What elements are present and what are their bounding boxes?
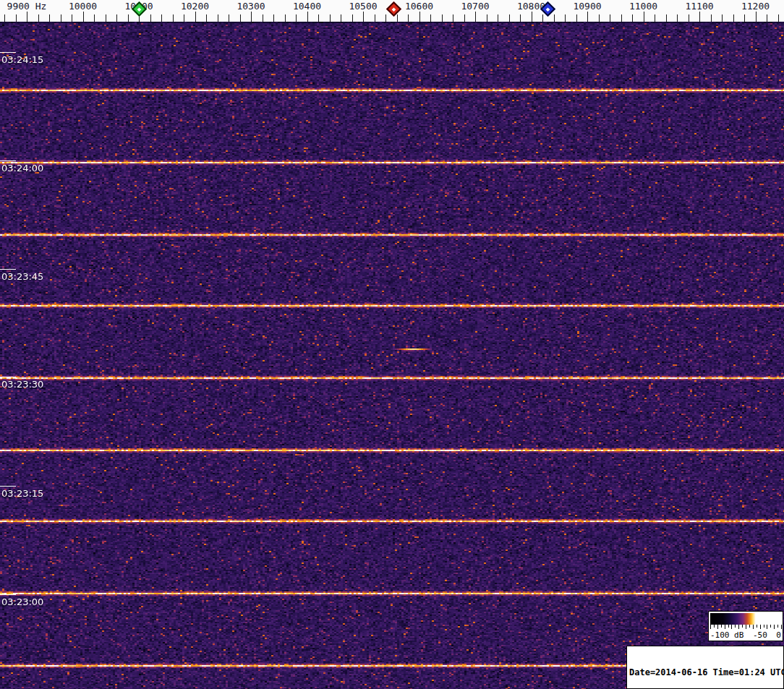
time-label: 03:24:15: [1, 54, 43, 65]
freq-minor-tick: [375, 14, 375, 22]
legend-tick: [760, 625, 761, 629]
freq-minor-tick: [318, 14, 319, 22]
freq-minor-tick: [61, 14, 61, 22]
freq-major-tick: [699, 12, 700, 22]
freq-major-tick: [251, 12, 252, 22]
freq-minor-tick: [677, 14, 678, 22]
legend-tick: [774, 625, 775, 629]
color-gradient-bar: [710, 613, 781, 625]
freq-minor-tick: [128, 14, 129, 22]
freq-minor-tick: [94, 14, 95, 22]
info-line-date: Date=2014-06-16 Time=01:24 UTC: [629, 667, 781, 677]
freq-minor-tick: [4, 14, 5, 22]
freq-minor-tick: [576, 14, 577, 22]
freq-minor-tick: [565, 14, 566, 22]
freq-minor-tick: [38, 14, 39, 22]
time-tick: [0, 161, 16, 161]
legend-label-max: 0: [776, 630, 781, 641]
legend-tick: [721, 625, 722, 628]
freq-minor-tick: [744, 14, 745, 22]
color-scale-legend: -100 dB -50 0: [708, 611, 783, 641]
freq-minor-tick: [498, 14, 498, 22]
freq-minor-tick: [330, 14, 331, 22]
legend-label-min: -100 dB: [710, 630, 743, 641]
freq-minor-tick: [106, 14, 106, 22]
red-diamond-marker[interactable]: [386, 1, 401, 17]
freq-minor-tick: [218, 14, 218, 22]
freq-tick-label: 9900 Hz: [7, 1, 47, 12]
freq-minor-tick: [666, 14, 667, 22]
time-tick: [0, 377, 16, 377]
legend-tick: [777, 625, 778, 628]
freq-minor-tick: [722, 14, 723, 22]
freq-minor-tick: [520, 14, 521, 22]
freq-minor-tick: [487, 14, 487, 22]
freq-tick-label: 10600: [405, 1, 433, 12]
freq-major-tick: [475, 12, 476, 22]
legend-tick: [757, 625, 757, 628]
freq-minor-tick: [341, 14, 341, 22]
freq-tick-label: 10500: [349, 1, 377, 12]
freq-minor-tick: [453, 14, 453, 22]
freq-minor-tick: [352, 14, 353, 22]
freq-major-tick: [307, 12, 308, 22]
freq-minor-tick: [542, 14, 543, 22]
freq-tick-label: 10700: [461, 1, 489, 12]
freq-minor-tick: [689, 14, 689, 22]
freq-major-tick: [532, 12, 532, 22]
legend-tick: [738, 625, 739, 629]
legend-tick: [735, 625, 736, 628]
legend-tick: [770, 625, 771, 628]
time-tick: [0, 486, 16, 487]
freq-minor-tick: [464, 14, 465, 22]
freq-minor-tick: [778, 14, 779, 22]
freq-tick-label: 10300: [237, 1, 265, 12]
freq-major-tick: [644, 12, 644, 22]
legend-tick: [725, 625, 725, 629]
freq-tick-label: 10200: [181, 1, 209, 12]
time-label: 03:23:15: [1, 488, 43, 499]
freq-minor-tick: [655, 14, 655, 22]
time-label: 03:23:45: [1, 271, 43, 282]
legend-label-row: -100 dB -50 0: [710, 630, 781, 641]
time-label: 03:23:00: [1, 596, 43, 607]
legend-tick-row: [710, 625, 781, 630]
freq-minor-tick: [72, 14, 72, 22]
legend-tick: [731, 625, 732, 629]
observation-info-box: Date=2014-06-16 Time=01:24 UTC Freq=143 …: [626, 646, 784, 689]
freq-minor-tick: [229, 14, 229, 22]
freq-minor-tick: [150, 14, 151, 22]
freq-minor-tick: [285, 14, 286, 22]
legend-tick: [742, 625, 743, 628]
legend-tick: [767, 625, 767, 629]
time-label: 03:24:00: [1, 163, 43, 174]
freq-minor-tick: [408, 14, 409, 22]
spectrogram-waterfall[interactable]: [0, 22, 784, 689]
freq-minor-tick: [184, 14, 184, 22]
freq-minor-tick: [509, 14, 510, 22]
legend-tick: [728, 625, 729, 628]
marker-center-dot: [392, 7, 396, 12]
freq-minor-tick: [767, 14, 767, 22]
freq-minor-tick: [49, 14, 50, 22]
freq-minor-tick: [554, 14, 555, 22]
legend-label-mid: -50: [753, 630, 767, 641]
freq-minor-tick: [430, 14, 431, 22]
freq-tick-label: 10900: [573, 1, 601, 12]
freq-minor-tick: [296, 14, 297, 22]
freq-major-tick: [756, 12, 757, 22]
freq-major-tick: [587, 12, 588, 22]
freq-minor-tick: [599, 14, 600, 22]
freq-minor-tick: [16, 14, 17, 22]
marker-center-dot: [137, 7, 141, 12]
freq-major-tick: [419, 12, 420, 22]
freq-minor-tick: [116, 14, 117, 22]
freq-minor-tick: [240, 14, 241, 22]
freq-minor-tick: [161, 14, 162, 22]
legend-tick: [717, 625, 718, 629]
legend-tick: [764, 625, 764, 628]
freq-minor-tick: [206, 14, 207, 22]
freq-tick-label: 10400: [293, 1, 321, 12]
freq-minor-tick: [273, 14, 274, 22]
time-tick: [0, 52, 16, 53]
